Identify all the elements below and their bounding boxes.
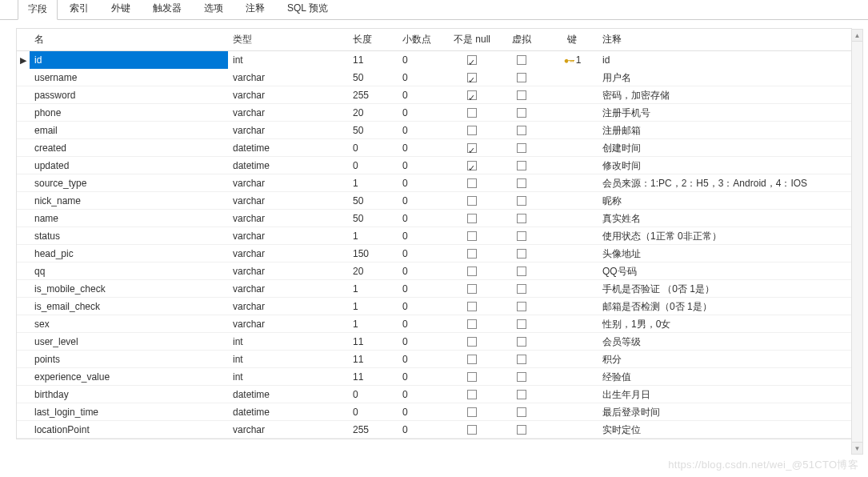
header-virtual[interactable]: 虚拟 xyxy=(497,29,546,50)
cell-decimals[interactable]: 0 xyxy=(398,210,447,227)
checkbox-icon[interactable] xyxy=(517,390,526,399)
checkbox-icon[interactable] xyxy=(517,214,526,223)
checkbox-icon[interactable] xyxy=(467,337,477,347)
checkbox-icon[interactable] xyxy=(517,196,526,206)
table-row[interactable]: namevarchar500真实姓名 xyxy=(17,210,851,227)
header-name[interactable]: 名 xyxy=(30,29,228,50)
cell-name[interactable]: points xyxy=(30,351,228,368)
cell-not-null[interactable] xyxy=(447,192,497,210)
cell-name[interactable]: id xyxy=(30,51,228,69)
cell-comment[interactable]: 用户名 xyxy=(598,69,851,86)
cell-name[interactable]: last_login_time xyxy=(30,403,228,421)
checkbox-icon[interactable] xyxy=(517,337,526,347)
cell-key[interactable] xyxy=(546,315,598,333)
cell-comment[interactable]: 创建时间 xyxy=(598,139,851,157)
checkbox-icon[interactable] xyxy=(467,161,477,170)
checkbox-icon[interactable] xyxy=(467,55,477,65)
cell-length[interactable]: 1 xyxy=(348,280,398,298)
tab-foreign-keys[interactable]: 外键 xyxy=(101,0,141,19)
cell-length[interactable]: 0 xyxy=(348,403,398,421)
cell-virtual[interactable] xyxy=(497,86,546,104)
checkbox-icon[interactable] xyxy=(517,249,526,259)
table-row[interactable]: nick_namevarchar500昵称 xyxy=(17,192,851,210)
cell-length[interactable]: 50 xyxy=(348,122,398,139)
cell-not-null[interactable] xyxy=(447,227,497,245)
cell-decimals[interactable]: 0 xyxy=(398,351,447,368)
cell-comment[interactable]: id xyxy=(598,51,851,69)
cell-decimals[interactable]: 0 xyxy=(398,86,447,104)
checkbox-icon[interactable] xyxy=(467,73,477,82)
cell-type[interactable]: varchar xyxy=(228,263,348,280)
cell-length[interactable]: 0 xyxy=(348,386,398,403)
cell-key[interactable] xyxy=(546,174,598,192)
cell-key[interactable] xyxy=(546,368,598,386)
checkbox-icon[interactable] xyxy=(467,108,477,118)
checkbox-icon[interactable] xyxy=(517,161,526,170)
checkbox-icon[interactable] xyxy=(467,249,477,259)
table-row[interactable]: qqvarchar200QQ号码 xyxy=(17,263,851,280)
cell-length[interactable]: 11 xyxy=(348,51,398,69)
cell-not-null[interactable] xyxy=(447,86,497,104)
cell-virtual[interactable] xyxy=(497,403,546,421)
cell-name[interactable]: email xyxy=(30,122,228,139)
checkbox-icon[interactable] xyxy=(467,214,477,223)
cell-type[interactable]: varchar xyxy=(228,245,348,263)
cell-decimals[interactable]: 0 xyxy=(398,174,447,192)
checkbox-icon[interactable] xyxy=(517,126,526,135)
cell-not-null[interactable] xyxy=(447,122,497,139)
checkbox-icon[interactable] xyxy=(517,178,526,188)
cell-not-null[interactable] xyxy=(447,298,497,315)
tab-fields[interactable]: 字段 xyxy=(18,0,58,20)
scroll-down-icon[interactable]: ▼ xyxy=(852,442,862,454)
table-row[interactable]: experience_valueint110经验值 xyxy=(17,368,851,386)
cell-virtual[interactable] xyxy=(497,122,546,139)
cell-name[interactable]: qq xyxy=(30,263,228,280)
cell-type[interactable]: varchar xyxy=(228,298,348,315)
checkbox-icon[interactable] xyxy=(467,284,477,294)
cell-virtual[interactable] xyxy=(497,139,546,157)
cell-decimals[interactable]: 0 xyxy=(398,368,447,386)
table-row[interactable]: ▶idint1101id xyxy=(17,51,851,69)
cell-not-null[interactable] xyxy=(447,174,497,192)
cell-not-null[interactable] xyxy=(447,210,497,227)
header-type[interactable]: 类型 xyxy=(228,29,348,50)
cell-type[interactable]: varchar xyxy=(228,315,348,333)
table-row[interactable]: source_typevarchar10会员来源：1:PC，2：H5，3：And… xyxy=(17,174,851,192)
cell-virtual[interactable] xyxy=(497,368,546,386)
cell-name[interactable]: sex xyxy=(30,315,228,333)
checkbox-icon[interactable] xyxy=(467,390,477,399)
checkbox-icon[interactable] xyxy=(467,126,477,135)
checkbox-icon[interactable] xyxy=(517,407,526,417)
checkbox-icon[interactable] xyxy=(517,355,526,364)
cell-length[interactable]: 11 xyxy=(348,333,398,351)
cell-decimals[interactable]: 0 xyxy=(398,421,447,439)
cell-type[interactable]: int xyxy=(228,368,348,386)
table-row[interactable]: emailvarchar500注册邮箱 xyxy=(17,122,851,139)
cell-length[interactable]: 11 xyxy=(348,368,398,386)
table-row[interactable]: createddatetime00创建时间 xyxy=(17,139,851,157)
vertical-scrollbar[interactable]: ▲ ▼ xyxy=(851,29,863,455)
cell-not-null[interactable] xyxy=(447,104,497,122)
cell-length[interactable]: 50 xyxy=(348,210,398,227)
checkbox-icon[interactable] xyxy=(467,425,477,435)
cell-comment[interactable]: 修改时间 xyxy=(598,157,851,174)
cell-name[interactable]: name xyxy=(30,210,228,227)
cell-length[interactable]: 1 xyxy=(348,174,398,192)
cell-not-null[interactable] xyxy=(447,315,497,333)
cell-name[interactable]: head_pic xyxy=(30,245,228,263)
checkbox-icon[interactable] xyxy=(467,302,477,311)
table-row[interactable]: updateddatetime00修改时间 xyxy=(17,157,851,174)
cell-decimals[interactable]: 0 xyxy=(398,192,447,210)
table-row[interactable]: birthdaydatetime00出生年月日 xyxy=(17,386,851,403)
cell-decimals[interactable]: 0 xyxy=(398,104,447,122)
cell-type[interactable]: varchar xyxy=(228,192,348,210)
checkbox-icon[interactable] xyxy=(467,407,477,417)
cell-type[interactable]: int xyxy=(228,351,348,368)
cell-comment[interactable]: 实时定位 xyxy=(598,421,851,439)
table-row[interactable]: statusvarchar10使用状态（1正常 0非正常） xyxy=(17,227,851,245)
tab-indexes[interactable]: 索引 xyxy=(59,0,99,19)
cell-type[interactable]: varchar xyxy=(228,210,348,227)
table-row[interactable]: is_email_checkvarchar10邮箱是否检测（0否 1是） xyxy=(17,298,851,315)
cell-type[interactable]: varchar xyxy=(228,69,348,86)
cell-not-null[interactable] xyxy=(447,139,497,157)
